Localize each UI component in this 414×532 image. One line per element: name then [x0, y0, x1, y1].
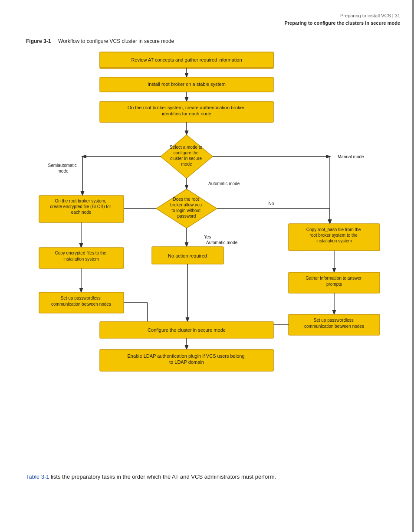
svg-text:No action required: No action required	[168, 253, 207, 258]
diagram-container: Review AT concepts and gather required i…	[26, 50, 391, 418]
table-link[interactable]: Table 3-1	[26, 473, 49, 480]
footer-text: Table 3-1 lists the preparatory tasks in…	[26, 473, 382, 482]
svg-text:Automatic mode: Automatic mode	[206, 240, 238, 245]
svg-text:Semiautomatic
      mode: Semiautomatic mode	[48, 163, 78, 173]
right-border	[412, 0, 414, 532]
svg-text:No: No	[269, 201, 274, 206]
svg-text:Configure the cluster in secur: Configure the cluster in secure mode	[148, 327, 226, 333]
svg-text:Install root broker on a stabl: Install root broker on a stable system	[148, 82, 226, 87]
svg-text:Automatic mode: Automatic mode	[208, 181, 240, 186]
figure-label: Figure 3-1 Workflow to configure VCS clu…	[26, 38, 174, 44]
svg-text:Yes: Yes	[204, 235, 211, 239]
svg-text:Review AT concepts and gather : Review AT concepts and gather required i…	[131, 57, 242, 62]
page-header: Preparing to install VCS | 31 Preparing …	[284, 12, 400, 26]
svg-text:Manual mode: Manual mode	[338, 154, 364, 159]
